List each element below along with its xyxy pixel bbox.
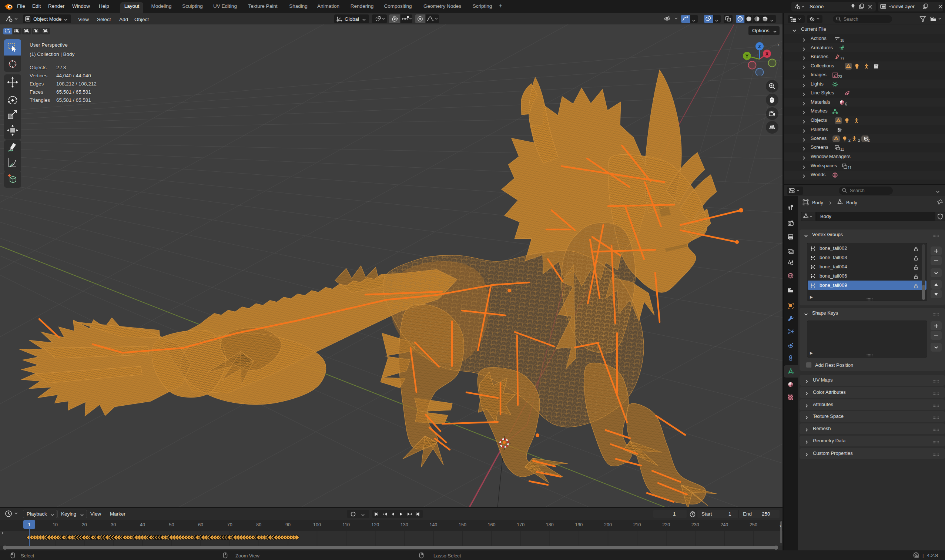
svg-text:Z: Z: [758, 44, 761, 49]
svg-text:X: X: [765, 51, 768, 57]
svg-text:Y: Y: [745, 54, 748, 59]
svg-text:1: 1: [28, 522, 30, 528]
